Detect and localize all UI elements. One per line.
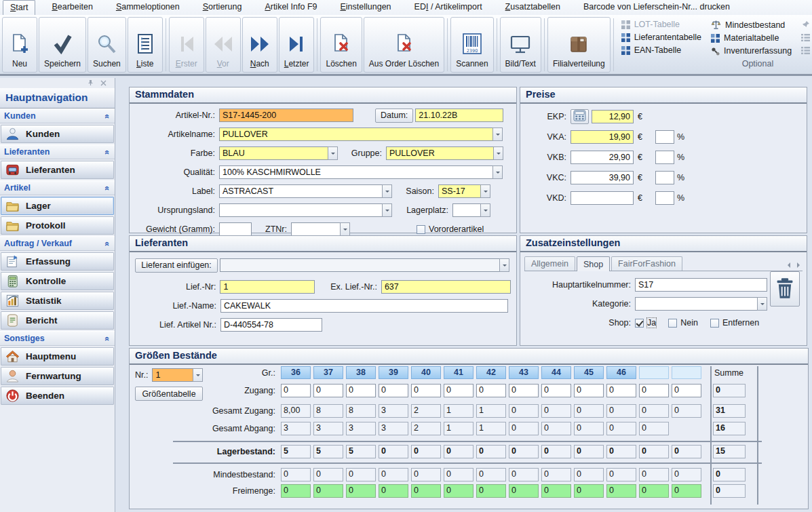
label-input[interactable] [219,184,382,198]
gewicht-input[interactable] [219,222,252,236]
size-value-cell[interactable]: 0 [281,384,311,397]
kategorie-dropdown-icon[interactable] [757,297,767,311]
ursprungsland-dropdown-icon[interactable] [382,203,392,217]
lagerplatz-dropdown-icon[interactable] [480,203,490,217]
sidebar-item-bericht[interactable]: Bericht [1,311,114,330]
collapse-chevron-icon[interactable]: « [102,186,112,190]
collapse-chevron-icon[interactable]: « [102,241,112,245]
pin-icon[interactable] [88,79,94,88]
percent-input[interactable] [655,130,674,144]
size-value-cell[interactable]: 0 [411,384,441,397]
lieferant-einfuegen-input[interactable] [220,258,499,272]
gruppe-dropdown-icon[interactable] [493,146,503,160]
menu-item-artikel-info-f9[interactable]: Artikel Info F9 [258,0,324,15]
sidebar-item-lieferanten[interactable]: Lieferanten [1,161,114,179]
menu-item-zusatztabellen[interactable]: Zusatztabellen [499,0,567,15]
toolbar-button-suchen[interactable]: Suchen [88,17,126,73]
checkbox-ja[interactable] [635,319,644,328]
delete-trash-button[interactable] [770,271,800,307]
toolbar-button-filialverteilung[interactable]: Filialverteilung [547,17,611,73]
size-value-cell[interactable]: 0 [476,384,506,397]
size-value-cell[interactable]: 0 [379,384,408,397]
toolbar-button-nach[interactable]: Nach [242,17,277,73]
menu-item-bearbeiten[interactable]: Bearbeiten [45,0,99,15]
lieferant-einfuegen-dropdown-icon[interactable] [499,258,509,272]
farbe-dropdown-icon[interactable] [328,146,338,160]
sidebar-item-kontrolle[interactable]: Kontrolle [1,272,114,290]
sidebar-item-kunden[interactable]: Kunden [1,125,114,143]
toolbar-button-scannen[interactable]: 2390Scannen [450,17,493,73]
size-value-cell[interactable]: 0 [346,384,376,397]
price-input[interactable] [592,110,634,123]
percent-input[interactable] [655,191,674,205]
tab-fairforfashion[interactable]: FairForFashion [611,256,682,271]
sidebar-group-kunden[interactable]: Kunden« [0,109,115,123]
price-input[interactable] [571,151,634,164]
farbe-input[interactable] [219,146,328,160]
saison-input[interactable] [438,184,480,198]
sidebar-item-protokoll[interactable]: Protokoll [1,216,114,235]
toolbar-button-aus-order-löschen[interactable]: Aus Order Löschen [364,17,444,73]
percent-input[interactable] [655,151,674,164]
sidebar-item-lager[interactable]: Lager [1,197,114,215]
tab-scroll-left-icon[interactable] [785,262,790,268]
ztnr-dropdown-icon[interactable] [340,222,350,236]
checkbox-nein[interactable] [668,319,677,328]
sidebar-group-artikel[interactable]: Artikel« [0,180,115,195]
menu-item-barcode-von-lieferschein-nr-drucken[interactable]: Barcode von Lieferschein-Nr... drucken [577,0,737,15]
size-value-cell[interactable]: 0 [574,384,604,397]
lagerplatz-input[interactable] [452,203,480,217]
menu-item-einstellungen[interactable]: Einstellungen [334,0,398,15]
menu-item-edi-artikelimport[interactable]: EDI / Artikelimport [408,0,489,15]
ex-lief-nr-input[interactable] [381,280,511,294]
collapse-chevron-icon[interactable]: « [102,114,112,118]
toolbar-button-neu[interactable]: Neu [2,17,37,73]
collapse-chevron-icon[interactable]: « [102,150,112,154]
sidebar-item-erfassung[interactable]: Erfassung [1,252,114,271]
qualitaet-input[interactable] [219,165,492,179]
kategorie-input[interactable] [635,297,757,311]
vororderartikel-checkbox[interactable] [417,225,425,234]
toolbar-link-mindestbestand[interactable]: Mindestbestand [711,20,792,30]
size-value-cell[interactable]: 0 [444,384,473,397]
toolbar-button-löschen[interactable]: Löschen [320,17,362,73]
ursprungsland-input[interactable] [219,203,382,217]
tab-shop[interactable]: Shop [577,256,610,271]
sidebar-item-statistik[interactable]: Statistik [1,292,114,310]
lief-artikel-nr-input[interactable] [220,318,322,332]
toolbar-button-letzter[interactable]: Letzter [279,17,315,73]
toolbar-link-ean-tabelle[interactable]: EAN-Tabelle [621,45,701,55]
lief-name-input[interactable] [220,299,508,313]
menu-item-start[interactable]: Start [3,0,35,15]
toolbar-button-liste[interactable]: Liste [128,17,163,73]
sidebar-group-auftrag-verkauf[interactable]: Auftrag / Verkauf« [0,236,115,251]
toolbar-button-bild-text[interactable]: Bild/Text [500,17,541,73]
menu-item-sortierung[interactable]: Sortierung [196,0,249,15]
size-value-cell[interactable]: 0 [509,384,539,397]
hauptartikelnummer-input[interactable] [635,278,767,292]
artikel-nr-input[interactable] [219,109,353,122]
gruppe-input[interactable] [386,146,493,160]
price-input[interactable] [571,171,634,184]
toolbar-link-materialtabelle[interactable]: Materialtabelle [711,33,792,43]
calculator-button[interactable] [571,109,589,124]
sidebar-group-lieferanten[interactable]: Lieferanten« [0,144,115,159]
tab-allgemein[interactable]: Allgemein [524,256,575,271]
lieferant-einfuegen-button[interactable]: Lieferant einfügen: [135,258,218,273]
sidebar-item-fernwartung[interactable]: Fernwartung [1,367,114,385]
collapse-chevron-icon[interactable]: « [102,336,112,340]
size-value-cell[interactable]: 0 [639,384,669,397]
size-value-cell[interactable]: 0 [313,384,343,397]
percent-input[interactable] [655,171,674,184]
price-input[interactable] [571,130,634,144]
sidebar-item-hauptmenu[interactable]: Hauptmenu [1,347,114,366]
label-dropdown-icon[interactable] [382,184,392,198]
tab-scroll-right-icon[interactable] [797,262,803,268]
artikelname-dropdown-icon[interactable] [492,127,503,141]
toolbar-link-inventurerfassung[interactable]: Inventurerfassung [711,46,792,56]
checkbox-entfernen[interactable] [710,319,719,328]
saison-dropdown-icon[interactable] [480,184,490,198]
datum-button[interactable]: Datum: [375,109,413,123]
sidebar-item-beenden[interactable]: Beenden [1,387,114,405]
toolbar-button-speichern[interactable]: Speichern [39,17,86,73]
